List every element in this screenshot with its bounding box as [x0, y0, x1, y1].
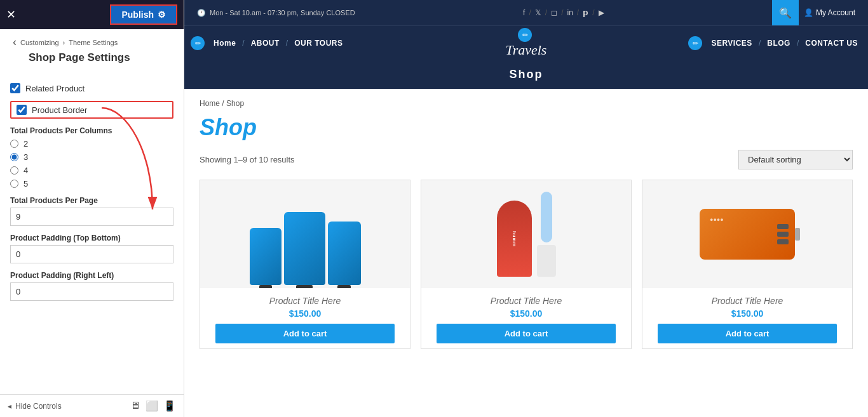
- col-3-label: 3: [24, 152, 28, 162]
- social-icons: f / 𝕏 / ◻ / in / 𝗽 / ▶: [523, 8, 604, 17]
- total-per-page-group: Total Products Per Page: [10, 196, 173, 226]
- gear-icon: ⚙: [158, 10, 166, 20]
- site-top-bar: 🕐 Mon - Sat 10.am - 07:30 pm, Sunday CLO…: [184, 0, 868, 25]
- battery-body: ●●●●: [700, 209, 795, 260]
- products-grid: Product Title Here $150.00 Add to cart h…: [200, 180, 853, 349]
- breadcrumb-home-link[interactable]: Home: [200, 99, 220, 108]
- close-button[interactable]: ✕: [6, 9, 16, 20]
- product-title-1: Product Title Here: [205, 296, 405, 306]
- right-panel: 🕐 Mon - Sat 10.am - 07:30 pm, Sunday CLO…: [184, 0, 868, 417]
- col-5-radio[interactable]: [10, 180, 18, 188]
- back-arrow[interactable]: ‹: [13, 36, 17, 49]
- luggage-large: [328, 222, 361, 285]
- publish-label: Publish: [121, 10, 154, 20]
- related-product-checkbox[interactable]: [10, 83, 20, 93]
- youtube-icon[interactable]: ▶: [599, 8, 604, 17]
- col-2-row[interactable]: 2: [10, 139, 173, 149]
- add-to-cart-button-2[interactable]: Add to cart: [437, 324, 616, 343]
- product-border-checkbox[interactable]: [17, 105, 27, 115]
- product-card-3: ●●●● Product Title Here $150.00: [642, 180, 853, 349]
- site-breadcrumb: Home / Shop: [200, 99, 853, 108]
- tb-box: [537, 245, 556, 277]
- total-per-page-label: Total Products Per Page: [10, 196, 173, 205]
- sep1: /: [529, 8, 531, 17]
- site-content: Home / Shop Shop Showing 1–9 of 10 resul…: [184, 89, 868, 417]
- col-3-row[interactable]: 3: [10, 152, 173, 162]
- shop-banner-title: Shop: [510, 68, 543, 81]
- twitter-icon[interactable]: 𝕏: [535, 8, 541, 17]
- nav-about[interactable]: ABOUT: [247, 39, 283, 48]
- account-link[interactable]: 👤 My Account: [804, 8, 855, 17]
- col-2-label: 2: [24, 139, 28, 149]
- sep4: /: [577, 8, 579, 17]
- mobile-icon[interactable]: 📱: [163, 400, 176, 412]
- site-logo: Travels: [506, 42, 547, 58]
- sep2: /: [545, 8, 547, 17]
- battery-port-2: [777, 232, 789, 237]
- site-nav: ✏ Home / ABOUT / OUR TOURS ✏ Travels ✏ S…: [184, 25, 868, 60]
- related-product-row[interactable]: Related Product: [10, 78, 173, 98]
- total-per-page-input[interactable]: [10, 208, 173, 226]
- add-to-cart-button-3[interactable]: Add to cart: [658, 324, 837, 343]
- col-4-row[interactable]: 4: [10, 166, 173, 175]
- breadcrumb-shop-text: Shop: [226, 99, 244, 108]
- col-2-radio[interactable]: [10, 140, 18, 148]
- shop-meta-bar: Showing 1–9 of 10 results Default sortin…: [200, 150, 853, 169]
- padding-top-bottom-input[interactable]: [10, 245, 173, 263]
- product-price-1: $150.00: [205, 308, 405, 319]
- site-hours: Mon - Sat 10.am - 07:30 pm, Sunday CLOSE…: [210, 9, 355, 17]
- product-title-2: Product Title Here: [426, 296, 626, 306]
- nav-blog[interactable]: BLOG: [763, 39, 794, 48]
- luggage-medium: [284, 212, 325, 285]
- related-product-label: Related Product: [25, 84, 85, 93]
- device-icons-group: 🖥 ⬜ 📱: [130, 400, 176, 412]
- edit-logo-icon[interactable]: ✏: [518, 28, 532, 42]
- product-info-3: Product Title Here $150.00 Add to cart: [642, 288, 852, 348]
- nav-services[interactable]: SERVICES: [707, 39, 756, 48]
- col-4-radio[interactable]: [10, 166, 18, 175]
- hide-controls-button[interactable]: ◂ Hide Controls: [8, 402, 62, 411]
- product-price-2: $150.00: [426, 308, 626, 319]
- luggage-image: [250, 183, 361, 285]
- add-to-cart-button-1[interactable]: Add to cart: [215, 324, 395, 343]
- breadcrumb-separator: ›: [63, 39, 65, 46]
- nav-contact[interactable]: CONTACT US: [801, 39, 862, 48]
- toothbrush-image: humm: [497, 183, 556, 285]
- col-5-row[interactable]: 5: [10, 179, 173, 189]
- sort-select[interactable]: Default sorting: [738, 150, 853, 169]
- product-image-1: [200, 180, 410, 288]
- product-border-row[interactable]: Product Border: [10, 101, 173, 119]
- account-icon: 👤: [804, 8, 813, 17]
- nav-home[interactable]: Home: [210, 39, 240, 48]
- product-card-2: humm Product Title Here $150.00 Add to c…: [421, 180, 632, 349]
- desktop-icon[interactable]: 🖥: [130, 400, 140, 412]
- tb-text: humm: [512, 231, 517, 247]
- padding-right-left-input[interactable]: [10, 282, 173, 301]
- product-card-1: Product Title Here $150.00 Add to cart: [200, 180, 410, 349]
- search-button[interactable]: 🔍: [772, 0, 799, 25]
- edit-nav-left-icon[interactable]: ✏: [191, 36, 205, 50]
- edit-nav-right-icon[interactable]: ✏: [688, 36, 702, 50]
- product-image-2: humm: [421, 180, 631, 288]
- breadcrumb-theme-settings: Theme Settings: [69, 39, 118, 46]
- bottom-bar: ◂ Hide Controls 🖥 ⬜ 📱: [0, 394, 184, 417]
- product-info-2: Product Title Here $150.00 Add to cart: [421, 288, 631, 348]
- facebook-icon[interactable]: f: [523, 8, 525, 17]
- shop-title: Shop: [200, 114, 853, 141]
- shop-banner: Shop: [184, 60, 868, 89]
- nav-left: ✏ Home / ABOUT / OUR TOURS: [191, 36, 506, 50]
- publish-button[interactable]: Publish ⚙: [110, 4, 177, 25]
- product-info-1: Product Title Here $150.00 Add to cart: [200, 288, 410, 348]
- battery-port-3: [777, 239, 789, 244]
- linkedin-icon[interactable]: in: [567, 8, 573, 17]
- page-title: Shop Page Settings: [0, 50, 184, 72]
- nav-tours[interactable]: OUR TOURS: [290, 39, 346, 48]
- pinterest-icon[interactable]: 𝗽: [583, 8, 588, 17]
- col-3-radio[interactable]: [10, 153, 18, 161]
- tb-brush: [541, 192, 552, 242]
- instagram-icon[interactable]: ◻: [551, 8, 557, 17]
- tablet-icon[interactable]: ⬜: [146, 400, 158, 412]
- battery-image: ●●●●: [700, 183, 795, 285]
- col-5-label: 5: [24, 179, 28, 189]
- battery-ports: [777, 224, 789, 244]
